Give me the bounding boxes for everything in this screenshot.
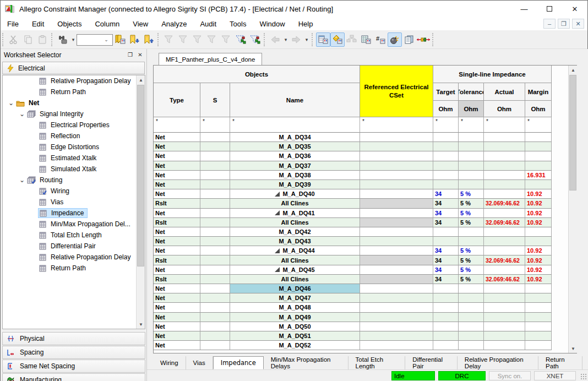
find-icon[interactable] [56, 32, 70, 47]
filter-cell[interactable]: * [200, 117, 230, 133]
tolerance-cell[interactable] [459, 331, 484, 341]
chevron-down-icon[interactable]: ⌄ [18, 110, 26, 118]
referenced-cset-cell[interactable] [360, 161, 433, 171]
referenced-cset-cell[interactable] [360, 218, 433, 227]
name-cell[interactable]: M_A_DQ36 [230, 151, 360, 161]
filter-cell[interactable]: * [360, 117, 433, 133]
chevron-down-icon[interactable]: ⌄ [7, 99, 15, 107]
filter-cell[interactable]: * [459, 117, 484, 133]
worksheet-tab-differential-pair[interactable]: Differential Pair [405, 356, 458, 369]
count-table-icon[interactable]: # [373, 32, 388, 47]
object-tag-icon[interactable] [330, 32, 345, 47]
drc-bomb-icon[interactable] [388, 32, 402, 47]
type-cell[interactable]: Net [154, 142, 200, 151]
tolerance-cell[interactable] [459, 142, 484, 151]
name-cell[interactable]: M_A_DQ47 [230, 293, 360, 303]
tree-item-wiring[interactable]: Wiring [3, 186, 145, 197]
s-cell[interactable] [200, 133, 230, 142]
filter-cell[interactable]: * [230, 117, 360, 133]
s-cell[interactable] [200, 265, 230, 275]
name-cell[interactable]: M_A_DQ52 [230, 341, 360, 350]
tolerance-cell[interactable] [459, 313, 484, 322]
chevron-down-icon[interactable]: ⌄ [18, 176, 26, 184]
tree-item-impedance[interactable]: Impedance [3, 208, 145, 219]
s-cell[interactable] [200, 341, 230, 350]
tree-item-total-etch-length[interactable]: Total Etch Length [3, 230, 145, 241]
menu-view[interactable]: View [126, 18, 155, 30]
spreadsheet-icon[interactable] [359, 32, 373, 47]
referenced-cset-cell[interactable] [360, 246, 433, 255]
bookmark-view-icon[interactable] [113, 32, 127, 47]
name-cell[interactable]: M_A_DQ45 [230, 265, 360, 275]
target-cell[interactable] [433, 151, 459, 161]
s-cell[interactable] [200, 313, 230, 322]
s-cell[interactable] [200, 189, 230, 199]
target-cell[interactable]: 34 [433, 265, 459, 275]
referenced-cset-cell[interactable] [360, 180, 433, 189]
type-cell[interactable]: Net [154, 151, 200, 161]
filter-cell[interactable]: * [154, 117, 200, 133]
tree-item-min-max-propagation-del-[interactable]: Min/Max Propagation Del... [3, 219, 145, 230]
type-cell[interactable]: Net [154, 265, 200, 275]
tree-item-signal-integrity[interactable]: ⌄Signal Integrity [3, 108, 145, 119]
nav-forward-dropdown-icon[interactable]: ▾ [303, 32, 310, 47]
target-cell[interactable] [433, 331, 459, 341]
tolerance-cell[interactable] [459, 133, 484, 142]
s-cell[interactable] [200, 275, 230, 284]
tolerance-cell[interactable] [459, 151, 484, 161]
mdi-close-button[interactable]: ✕ [572, 19, 584, 29]
mdi-minimize-button[interactable]: – [543, 19, 556, 29]
name-cell[interactable]: M_A_DQ51 [230, 331, 360, 341]
referenced-cset-cell[interactable] [360, 227, 433, 237]
target-cell[interactable] [433, 180, 459, 189]
expand-triangle-icon[interactable] [275, 210, 280, 215]
s-cell[interactable] [200, 303, 230, 312]
electrical-section-header[interactable]: Electrical [2, 62, 145, 74]
tree-item-electrical-properties[interactable]: Electrical Properties [3, 119, 145, 130]
panel-close-icon[interactable]: ✕ [136, 51, 144, 59]
tree-item-estimated-xtalk[interactable]: Estimated Xtalk [3, 153, 145, 164]
s-cell[interactable] [200, 218, 230, 227]
s-cell[interactable] [200, 199, 230, 208]
target-cell[interactable] [433, 293, 459, 303]
nav-back-dropdown-icon[interactable]: ▾ [282, 32, 289, 47]
menu-tools[interactable]: Tools [223, 18, 253, 30]
name-cell[interactable]: All Clines [230, 275, 360, 284]
tolerance-cell[interactable] [459, 171, 484, 180]
tree-scrollbar[interactable]: ▲ ▼ [136, 75, 145, 329]
menu-window[interactable]: Window [253, 18, 291, 30]
tree-item-return-path[interactable]: Return Path [3, 86, 145, 97]
tolerance-cell[interactable]: 5 % [459, 275, 484, 284]
target-cell[interactable]: 34 [433, 189, 459, 199]
type-cell[interactable]: Net [154, 161, 200, 171]
s-cell[interactable] [200, 237, 230, 246]
name-cell[interactable]: M_A_DQ39 [230, 180, 360, 189]
menu-file[interactable]: File [1, 18, 25, 30]
s-cell[interactable] [200, 331, 230, 341]
type-cell[interactable]: Rslt [154, 218, 200, 227]
tree-item-vias[interactable]: Vias [3, 197, 145, 208]
target-cell[interactable] [433, 284, 459, 293]
tolerance-cell[interactable]: 5 % [459, 199, 484, 208]
s-cell[interactable] [200, 284, 230, 293]
tree-item-relative-propagation-delay[interactable]: Relative Propagation Delay [3, 252, 145, 263]
target-cell[interactable] [433, 303, 459, 312]
type-cell[interactable]: Net [154, 331, 200, 341]
minimize-button[interactable]: — [511, 1, 537, 17]
tree-item-relative-propagation-delay[interactable]: Relative Propagation Delay [3, 75, 145, 86]
referenced-cset-cell[interactable] [360, 293, 433, 303]
section-spacing[interactable]: Spacing [2, 346, 145, 359]
target-cell[interactable]: 34 [433, 209, 459, 218]
worksheet-tab-relative-propagation-delay[interactable]: Relative Propagation Delay [458, 356, 538, 369]
name-cell[interactable]: M_A_DQ49 [230, 313, 360, 322]
name-cell[interactable]: All Clines [230, 199, 360, 208]
expand-triangle-icon[interactable] [275, 248, 280, 253]
name-cell[interactable]: All Clines [230, 218, 360, 227]
type-cell[interactable]: Rslt [154, 255, 200, 265]
s-cell[interactable] [200, 227, 230, 237]
filter-cell[interactable]: * [525, 117, 552, 133]
s-cell[interactable] [200, 322, 230, 331]
tolerance-cell[interactable] [459, 180, 484, 189]
s-cell[interactable] [200, 246, 230, 255]
target-cell[interactable]: 34 [433, 218, 459, 227]
